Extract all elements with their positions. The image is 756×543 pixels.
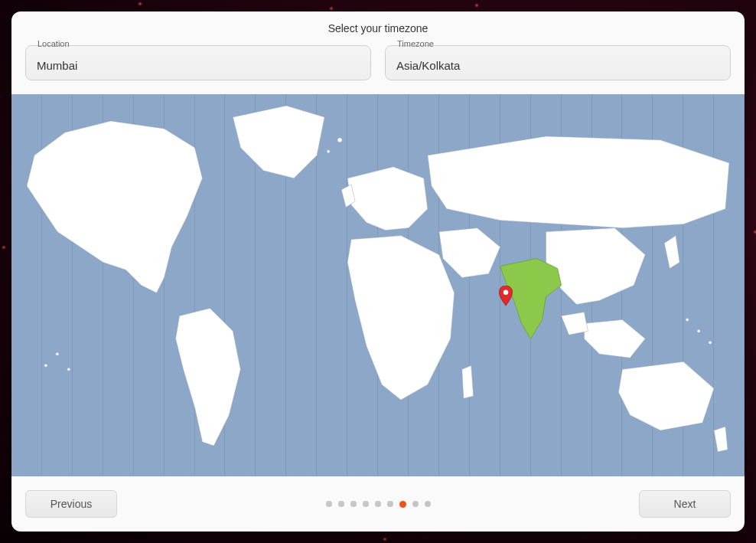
form-row: Location Timezone xyxy=(11,45,745,94)
step-dot xyxy=(326,501,332,507)
location-pin-icon xyxy=(499,286,513,306)
svg-point-7 xyxy=(327,150,330,153)
timezone-dialog: Select your timezone Location Timezone xyxy=(11,11,745,532)
timezone-input[interactable] xyxy=(385,45,731,80)
svg-point-6 xyxy=(337,138,342,142)
step-dot xyxy=(363,501,369,507)
svg-point-1 xyxy=(44,364,47,367)
location-field-wrap: Location xyxy=(25,45,371,80)
svg-point-2 xyxy=(67,368,70,371)
svg-point-4 xyxy=(709,341,712,344)
location-label: Location xyxy=(34,39,73,48)
svg-point-5 xyxy=(686,318,689,321)
timezone-label: Timezone xyxy=(394,39,437,48)
step-dot-active xyxy=(399,501,406,508)
previous-button[interactable]: Previous xyxy=(25,490,117,518)
dialog-footer: Previous Next xyxy=(11,476,745,532)
timezone-map[interactable] xyxy=(11,94,745,476)
next-button[interactable]: Next xyxy=(639,490,731,518)
step-dot xyxy=(425,501,431,507)
svg-point-8 xyxy=(503,289,509,295)
world-map-svg xyxy=(11,94,745,460)
step-dot xyxy=(375,501,381,507)
dialog-title: Select your timezone xyxy=(11,11,745,45)
location-input[interactable] xyxy=(25,45,371,80)
step-dot xyxy=(338,501,344,507)
step-dot xyxy=(350,501,357,507)
svg-point-3 xyxy=(697,329,700,332)
step-dot xyxy=(387,501,393,507)
step-dot xyxy=(412,501,419,507)
progress-dots xyxy=(326,501,431,508)
timezone-field-wrap: Timezone xyxy=(385,45,731,80)
svg-point-0 xyxy=(56,352,59,355)
